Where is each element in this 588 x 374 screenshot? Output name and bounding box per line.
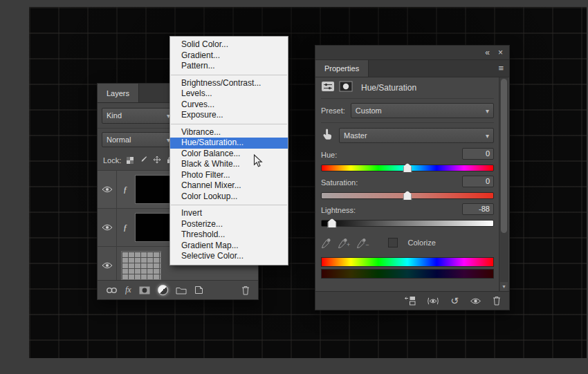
new-layer-icon[interactable] bbox=[194, 286, 203, 294]
lock-image-pixels-brush-icon[interactable] bbox=[139, 154, 147, 167]
mouse-cursor bbox=[253, 154, 263, 168]
layer-thumbnail-brick[interactable] bbox=[121, 251, 161, 280]
layer-filter-kind-value: Kind bbox=[107, 111, 122, 120]
lightness-slider-track[interactable] bbox=[321, 220, 494, 227]
tab-properties[interactable]: Properties bbox=[315, 60, 369, 77]
eyedropper-add-icon[interactable]: + bbox=[338, 238, 350, 248]
properties-bottom-toolbar: ↺ bbox=[315, 291, 509, 310]
menu-item-photo-filter[interactable]: Photo Filter... bbox=[170, 170, 288, 181]
menu-item-vibrance[interactable]: Vibrance... bbox=[170, 127, 288, 138]
tab-layers[interactable]: Layers bbox=[98, 84, 139, 102]
preset-value: Custom bbox=[356, 106, 382, 115]
new-adjustment-layer-icon[interactable] bbox=[158, 285, 168, 295]
chevron-down-icon: ▾ bbox=[486, 107, 489, 115]
menu-divider bbox=[171, 124, 287, 124]
scrollbar-down-arrow-icon[interactable]: ▾ bbox=[500, 282, 508, 291]
hue-slider-thumb[interactable] bbox=[403, 163, 412, 173]
lock-position-move-icon[interactable] bbox=[153, 154, 161, 167]
clipping-mask-indicator: ƒ bbox=[117, 223, 134, 233]
scrollbar-thumb[interactable] bbox=[501, 79, 507, 233]
saturation-slider-track[interactable] bbox=[321, 192, 494, 199]
menu-item-brightness-contrast[interactable]: Brightness/Contrast... bbox=[170, 78, 288, 89]
adjustment-header-row: Hue/Saturation bbox=[321, 77, 494, 99]
clip-to-layer-icon[interactable] bbox=[403, 296, 416, 306]
hue-label: Hue: bbox=[321, 151, 337, 159]
preset-label: Preset: bbox=[321, 106, 345, 115]
channel-dropdown[interactable]: Master ▾ bbox=[339, 128, 494, 143]
photoshop-workspace: Layers Kind ▾ Normal ▾ Lock: bbox=[0, 0, 588, 374]
lightness-slider-block: Lightness: -88 bbox=[321, 203, 494, 231]
reset-to-defaults-icon[interactable]: ↺ bbox=[450, 296, 459, 306]
menu-item-color-lookup[interactable]: Color Lookup... bbox=[170, 191, 288, 203]
menu-item-black-and-white[interactable]: Black & White... bbox=[170, 159, 288, 170]
layer-style-fx-icon[interactable]: fx bbox=[125, 285, 131, 295]
eyedropper-icon[interactable] bbox=[321, 238, 331, 248]
preset-dropdown[interactable]: Custom ▾ bbox=[351, 103, 494, 118]
colorize-checkbox[interactable] bbox=[388, 238, 398, 247]
menu-item-pattern[interactable]: Pattern... bbox=[170, 61, 288, 72]
menu-item-selective-color[interactable]: Selective Color... bbox=[170, 251, 288, 262]
clipping-mask-indicator: ƒ bbox=[117, 185, 134, 195]
menu-item-curves[interactable]: Curves... bbox=[170, 100, 288, 111]
preset-row: Preset: Custom ▾ bbox=[321, 99, 494, 123]
panel-group-header: « × bbox=[315, 46, 509, 60]
toggle-visibility-eye-icon[interactable] bbox=[470, 297, 481, 305]
spectrum-bars bbox=[321, 257, 494, 279]
input-hue-spectrum-bar bbox=[321, 257, 494, 267]
channel-value: Master bbox=[344, 131, 367, 140]
layer-mask-icon[interactable] bbox=[339, 81, 353, 95]
blend-mode-value: Normal bbox=[107, 135, 131, 144]
menu-item-solid-color[interactable]: Solid Color... bbox=[170, 39, 288, 50]
link-layers-icon[interactable] bbox=[106, 287, 118, 294]
saturation-value-field[interactable]: 0 bbox=[462, 176, 494, 187]
plus-sign: + bbox=[347, 241, 350, 248]
layer-filter-kind-dropdown[interactable]: Kind ▾ bbox=[102, 108, 175, 124]
adjustment-title: Hue/Saturation bbox=[361, 83, 416, 93]
menu-item-posterize[interactable]: Posterize... bbox=[170, 219, 288, 230]
close-panel-icon[interactable]: × bbox=[498, 48, 503, 57]
menu-item-levels[interactable]: Levels... bbox=[170, 88, 288, 100]
chevron-down-icon: ▾ bbox=[486, 132, 489, 140]
saturation-slider-thumb[interactable] bbox=[403, 191, 412, 200]
minus-sign: − bbox=[365, 241, 369, 248]
collapse-to-icons-icon[interactable]: « bbox=[485, 48, 490, 57]
add-layer-mask-icon[interactable] bbox=[139, 286, 150, 294]
menu-item-threshold[interactable]: Threshold... bbox=[170, 230, 288, 241]
delete-layer-trash-icon[interactable] bbox=[241, 286, 250, 295]
saturation-slider-block: Saturation: 0 bbox=[321, 176, 494, 203]
hue-value-field[interactable]: 0 bbox=[462, 148, 494, 160]
lightness-value-field[interactable]: -88 bbox=[462, 203, 494, 215]
colorize-label: Colorize bbox=[408, 239, 436, 247]
panel-menu-icon[interactable]: ≡ bbox=[498, 63, 504, 73]
menu-item-hue-saturation[interactable]: Hue/Saturation... bbox=[170, 138, 288, 149]
eyedropper-row: + − Colorize bbox=[321, 232, 494, 253]
properties-panel: « × Properties ≡ Hue/Saturation Preset: … bbox=[315, 45, 510, 310]
menu-item-color-balance[interactable]: Color Balance... bbox=[170, 149, 288, 160]
menu-item-channel-mixer[interactable]: Channel Mixer... bbox=[170, 180, 288, 191]
menu-item-invert[interactable]: Invert bbox=[170, 208, 288, 219]
menu-item-gradient-map[interactable]: Gradient Map... bbox=[170, 241, 288, 252]
lock-transparent-pixels-icon[interactable] bbox=[127, 157, 134, 164]
lightness-slider-thumb[interactable] bbox=[327, 218, 336, 228]
layer-visibility-eye-icon[interactable] bbox=[98, 247, 117, 284]
new-group-folder-icon[interactable] bbox=[176, 286, 187, 294]
layers-bottom-toolbar: fx bbox=[98, 280, 258, 299]
targeted-adjustment-hand-icon[interactable] bbox=[321, 128, 333, 143]
hue-slider-track[interactable] bbox=[321, 165, 494, 171]
saturation-label: Saturation: bbox=[321, 178, 358, 187]
menu-divider bbox=[171, 75, 287, 75]
properties-scrollbar[interactable]: ▾ bbox=[499, 77, 508, 292]
delete-adjustment-trash-icon[interactable] bbox=[493, 296, 501, 306]
hue-slider-block: Hue: 0 bbox=[321, 148, 494, 176]
blend-mode-dropdown[interactable]: Normal ▾ bbox=[102, 132, 175, 147]
output-hue-spectrum-bar bbox=[321, 269, 494, 279]
menu-item-gradient[interactable]: Gradient... bbox=[170, 50, 288, 62]
view-previous-state-icon[interactable] bbox=[427, 297, 439, 305]
menu-item-exposure[interactable]: Exposure... bbox=[170, 110, 288, 121]
properties-tab-bar: Properties ≡ bbox=[315, 60, 509, 77]
eyedropper-subtract-icon[interactable]: − bbox=[356, 238, 369, 248]
layer-visibility-eye-icon[interactable] bbox=[98, 209, 117, 246]
lightness-label: Lightness: bbox=[321, 206, 356, 214]
adjustment-settings-icon[interactable] bbox=[321, 81, 335, 95]
layer-visibility-eye-icon[interactable] bbox=[98, 171, 117, 208]
